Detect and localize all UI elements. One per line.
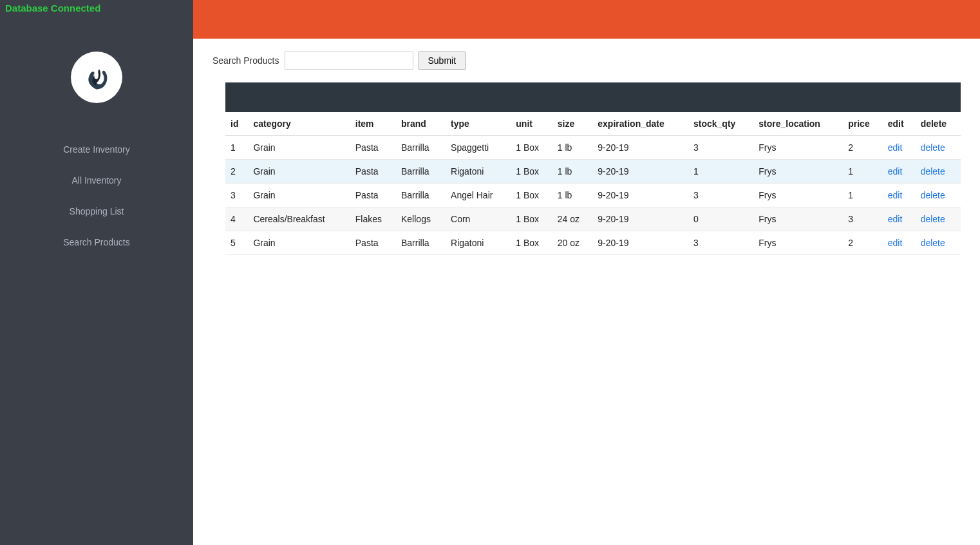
sidebar-item-shopping-list[interactable]: Shopping List: [70, 204, 124, 219]
delete-cell: delete: [916, 160, 961, 184]
table-cell: 1 Box: [511, 207, 552, 231]
table-cell: Flakes: [350, 207, 396, 231]
table-cell: Frys: [753, 160, 843, 184]
edit-cell: edit: [883, 184, 916, 207]
table-cell: Grain: [248, 231, 350, 255]
table-cell: 1 Box: [511, 184, 552, 207]
col-price: price: [843, 112, 883, 136]
delete-link[interactable]: delete: [921, 190, 945, 200]
table-cell: Rigatoni: [446, 231, 511, 255]
delete-link[interactable]: delete: [921, 142, 945, 153]
table-cell: 5: [225, 231, 248, 255]
delete-cell: delete: [916, 136, 961, 160]
content-area: Search Products Submit id category item …: [193, 39, 980, 545]
table-cell: Frys: [753, 136, 843, 160]
table-cell: 2: [843, 136, 883, 160]
col-edit: edit: [883, 112, 916, 136]
table-cell: 1 lb: [552, 184, 593, 207]
col-type: type: [446, 112, 511, 136]
table-body: 1GrainPastaBarrillaSpaggetti1 Box1 lb9-2…: [225, 136, 961, 255]
table-cell: Frys: [753, 207, 843, 231]
table-row: 4Cereals/BreakfastFlakesKellogsCorn1 Box…: [225, 207, 961, 231]
table-cell: Pasta: [350, 231, 396, 255]
edit-link[interactable]: edit: [888, 214, 903, 224]
table-cell: Rigatoni: [446, 160, 511, 184]
sidebar-item-search-products[interactable]: Search Products: [63, 234, 130, 250]
table-cell: Barrilla: [396, 160, 446, 184]
table-cell: 4: [225, 207, 248, 231]
table-cell: 9-20-19: [592, 207, 688, 231]
table-cell: 2: [843, 231, 883, 255]
edit-cell: edit: [883, 136, 916, 160]
main-content: Search Products Submit id category item …: [193, 0, 980, 545]
col-id: id: [225, 112, 248, 136]
col-category: category: [248, 112, 350, 136]
col-delete: delete: [916, 112, 961, 136]
table-row: 2GrainPastaBarrillaRigatoni1 Box1 lb9-20…: [225, 160, 961, 184]
col-item: item: [350, 112, 396, 136]
table-cell: 0: [688, 207, 753, 231]
table-row: 1GrainPastaBarrillaSpaggetti1 Box1 lb9-2…: [225, 136, 961, 160]
col-size: size: [552, 112, 593, 136]
table-cell: 9-20-19: [592, 136, 688, 160]
table-cell: 3: [688, 184, 753, 207]
sidebar-item-all-inventory[interactable]: All Inventory: [71, 173, 121, 188]
table-cell: 3: [225, 184, 248, 207]
table-cell: Pasta: [350, 136, 396, 160]
edit-cell: edit: [883, 160, 916, 184]
table-cell: 3: [688, 231, 753, 255]
table-cell: Frys: [753, 184, 843, 207]
delete-cell: delete: [916, 231, 961, 255]
table-cell: 1 lb: [552, 160, 593, 184]
table-row: 5GrainPastaBarrillaRigatoni1 Box20 oz9-2…: [225, 231, 961, 255]
delete-cell: delete: [916, 184, 961, 207]
sidebar-nav: Create Inventory All Inventory Shopping …: [0, 142, 193, 250]
table-cell: 20 oz: [552, 231, 593, 255]
table-header-bar: [225, 82, 961, 112]
table-cell: 1: [225, 136, 248, 160]
table-cell: 1: [843, 160, 883, 184]
sidebar: Create Inventory All Inventory Shopping …: [0, 0, 193, 545]
delete-link[interactable]: delete: [921, 238, 945, 248]
table-cell: Angel Hair: [446, 184, 511, 207]
table-cell: Barrilla: [396, 136, 446, 160]
table-cell: Barrilla: [396, 231, 446, 255]
table-cell: Spaggetti: [446, 136, 511, 160]
edit-link[interactable]: edit: [888, 142, 903, 153]
edit-link[interactable]: edit: [888, 166, 903, 177]
table-head: id category item brand type unit size ex…: [225, 112, 961, 136]
col-store-location: store_location: [753, 112, 843, 136]
col-unit: unit: [511, 112, 552, 136]
table-cell: Frys: [753, 231, 843, 255]
search-input[interactable]: [285, 52, 413, 70]
table-cell: Pasta: [350, 184, 396, 207]
search-label: Search Products: [212, 55, 279, 66]
table-cell: Corn: [446, 207, 511, 231]
delete-link[interactable]: delete: [921, 166, 945, 177]
table-cell: 9-20-19: [592, 160, 688, 184]
table-cell: Grain: [248, 160, 350, 184]
table-row: 3GrainPastaBarrillaAngel Hair1 Box1 lb9-…: [225, 184, 961, 207]
sidebar-item-create-inventory[interactable]: Create Inventory: [63, 142, 130, 157]
table-cell: 24 oz: [552, 207, 593, 231]
edit-cell: edit: [883, 207, 916, 231]
table-cell: 9-20-19: [592, 231, 688, 255]
col-brand: brand: [396, 112, 446, 136]
col-expiration-date: expiration_date: [592, 112, 688, 136]
table-cell: Barrilla: [396, 184, 446, 207]
inventory-table: id category item brand type unit size ex…: [225, 112, 961, 255]
edit-link[interactable]: edit: [888, 190, 903, 200]
table-cell: 2: [225, 160, 248, 184]
table-cell: 3: [843, 207, 883, 231]
edit-link[interactable]: edit: [888, 238, 903, 248]
table-cell: 9-20-19: [592, 184, 688, 207]
logo: [71, 52, 122, 103]
search-bar: Search Products Submit: [212, 52, 961, 70]
table-cell: Cereals/Breakfast: [248, 207, 350, 231]
logo-icon: [79, 60, 115, 95]
col-stock-qty: stock_qty: [688, 112, 753, 136]
search-submit-button[interactable]: Submit: [419, 52, 466, 70]
delete-link[interactable]: delete: [921, 214, 945, 224]
table-cell: Grain: [248, 136, 350, 160]
table-cell: 3: [688, 136, 753, 160]
